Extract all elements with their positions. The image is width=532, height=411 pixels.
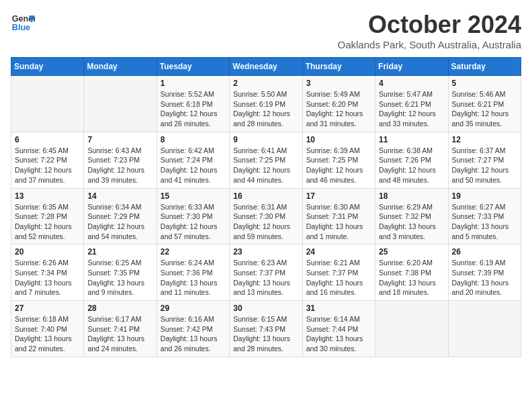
day-number: 15 [161, 191, 226, 201]
calendar-table: SundayMondayTuesdayWednesdayThursdayFrid… [11, 57, 521, 357]
day-info: Sunrise: 6:26 AM Sunset: 7:34 PM Dayligh… [15, 258, 80, 298]
calendar-week-row: 27Sunrise: 6:18 AM Sunset: 7:40 PM Dayli… [11, 301, 521, 357]
day-number: 23 [233, 247, 298, 257]
day-number: 25 [379, 247, 444, 257]
day-info: Sunrise: 6:18 AM Sunset: 7:40 PM Dayligh… [15, 314, 80, 354]
calendar-cell: 4Sunrise: 5:47 AM Sunset: 6:21 PM Daylig… [375, 76, 448, 132]
day-number: 2 [233, 79, 298, 88]
calendar-week-row: 6Sunrise: 6:45 AM Sunset: 7:22 PM Daylig… [11, 132, 521, 188]
calendar-cell: 5Sunrise: 5:46 AM Sunset: 6:21 PM Daylig… [448, 76, 521, 132]
day-info: Sunrise: 6:43 AM Sunset: 7:23 PM Dayligh… [87, 146, 152, 185]
day-number: 26 [452, 247, 517, 257]
header-day-friday: Friday [375, 58, 448, 76]
day-number: 21 [87, 247, 152, 257]
calendar-cell: 21Sunrise: 6:25 AM Sunset: 7:35 PM Dayli… [84, 244, 157, 301]
day-info: Sunrise: 6:25 AM Sunset: 7:35 PM Dayligh… [87, 258, 152, 298]
title-block: October 2024 Oaklands Park, South Austra… [338, 11, 521, 50]
day-info: Sunrise: 6:21 AM Sunset: 7:37 PM Dayligh… [306, 258, 371, 298]
logo-icon: General Blue [11, 11, 35, 35]
day-info: Sunrise: 6:29 AM Sunset: 7:32 PM Dayligh… [379, 202, 444, 242]
day-info: Sunrise: 6:19 AM Sunset: 7:39 PM Dayligh… [452, 258, 517, 298]
calendar-cell: 7Sunrise: 6:43 AM Sunset: 7:23 PM Daylig… [84, 132, 157, 188]
day-number: 6 [15, 135, 80, 144]
day-number: 12 [452, 135, 517, 144]
calendar-cell: 19Sunrise: 6:27 AM Sunset: 7:33 PM Dayli… [448, 188, 521, 244]
day-number: 28 [87, 304, 152, 313]
svg-text:Blue: Blue [12, 23, 30, 32]
calendar-cell [448, 301, 521, 357]
calendar-cell: 12Sunrise: 6:37 AM Sunset: 7:27 PM Dayli… [448, 132, 521, 188]
calendar-cell: 11Sunrise: 6:38 AM Sunset: 7:26 PM Dayli… [375, 132, 448, 188]
calendar-cell: 17Sunrise: 6:30 AM Sunset: 7:31 PM Dayli… [302, 188, 375, 244]
calendar-cell: 27Sunrise: 6:18 AM Sunset: 7:40 PM Dayli… [11, 301, 84, 357]
day-number: 18 [379, 191, 444, 201]
calendar-cell: 23Sunrise: 6:23 AM Sunset: 7:37 PM Dayli… [230, 244, 302, 301]
day-number: 31 [306, 304, 371, 313]
calendar-cell: 15Sunrise: 6:33 AM Sunset: 7:30 PM Dayli… [157, 188, 229, 244]
calendar-cell: 22Sunrise: 6:24 AM Sunset: 7:36 PM Dayli… [157, 244, 229, 301]
day-number: 4 [379, 79, 444, 88]
day-number: 13 [15, 191, 80, 201]
calendar-cell: 3Sunrise: 5:49 AM Sunset: 6:20 PM Daylig… [302, 76, 375, 132]
logo: General Blue [11, 11, 35, 35]
day-info: Sunrise: 6:33 AM Sunset: 7:30 PM Dayligh… [161, 202, 226, 242]
day-number: 9 [233, 135, 298, 144]
location-subtitle: Oaklands Park, South Australia, Australi… [338, 39, 521, 50]
calendar-cell: 6Sunrise: 6:45 AM Sunset: 7:22 PM Daylig… [11, 132, 84, 188]
day-info: Sunrise: 6:15 AM Sunset: 7:43 PM Dayligh… [233, 314, 298, 354]
header-day-thursday: Thursday [302, 58, 375, 76]
day-info: Sunrise: 6:39 AM Sunset: 7:25 PM Dayligh… [306, 146, 371, 185]
calendar-cell [375, 301, 448, 357]
month-title: October 2024 [338, 11, 521, 39]
day-info: Sunrise: 6:24 AM Sunset: 7:36 PM Dayligh… [161, 258, 226, 298]
day-number: 30 [233, 304, 298, 313]
calendar-cell: 29Sunrise: 6:16 AM Sunset: 7:42 PM Dayli… [157, 301, 229, 357]
day-number: 5 [452, 79, 517, 88]
header-day-saturday: Saturday [448, 58, 521, 76]
day-number: 11 [379, 135, 444, 144]
calendar-cell: 2Sunrise: 5:50 AM Sunset: 6:19 PM Daylig… [230, 76, 302, 132]
calendar-header-row: SundayMondayTuesdayWednesdayThursdayFrid… [11, 58, 521, 76]
day-info: Sunrise: 6:30 AM Sunset: 7:31 PM Dayligh… [306, 202, 371, 242]
page-header: General Blue October 2024 Oaklands Park,… [11, 11, 521, 50]
day-number: 19 [452, 191, 517, 201]
header-day-wednesday: Wednesday [230, 58, 302, 76]
header-day-sunday: Sunday [11, 58, 84, 76]
calendar-cell: 8Sunrise: 6:42 AM Sunset: 7:24 PM Daylig… [157, 132, 229, 188]
day-info: Sunrise: 6:35 AM Sunset: 7:28 PM Dayligh… [15, 202, 80, 242]
calendar-cell: 30Sunrise: 6:15 AM Sunset: 7:43 PM Dayli… [230, 301, 302, 357]
day-number: 24 [306, 247, 371, 257]
day-number: 3 [306, 79, 371, 88]
day-number: 7 [87, 135, 152, 144]
day-number: 29 [161, 304, 226, 313]
header-day-tuesday: Tuesday [157, 58, 229, 76]
calendar-cell: 16Sunrise: 6:31 AM Sunset: 7:30 PM Dayli… [230, 188, 302, 244]
calendar-cell: 31Sunrise: 6:14 AM Sunset: 7:44 PM Dayli… [302, 301, 375, 357]
day-info: Sunrise: 6:45 AM Sunset: 7:22 PM Dayligh… [15, 146, 80, 185]
day-number: 20 [15, 247, 80, 257]
calendar-cell: 13Sunrise: 6:35 AM Sunset: 7:28 PM Dayli… [11, 188, 84, 244]
day-number: 17 [306, 191, 371, 201]
calendar-cell: 28Sunrise: 6:17 AM Sunset: 7:41 PM Dayli… [84, 301, 157, 357]
calendar-cell: 24Sunrise: 6:21 AM Sunset: 7:37 PM Dayli… [302, 244, 375, 301]
calendar-week-row: 1Sunrise: 5:52 AM Sunset: 6:18 PM Daylig… [11, 76, 521, 132]
header-day-monday: Monday [84, 58, 157, 76]
calendar-cell: 18Sunrise: 6:29 AM Sunset: 7:32 PM Dayli… [375, 188, 448, 244]
calendar-cell: 9Sunrise: 6:41 AM Sunset: 7:25 PM Daylig… [230, 132, 302, 188]
day-info: Sunrise: 6:42 AM Sunset: 7:24 PM Dayligh… [161, 146, 226, 185]
calendar-cell: 26Sunrise: 6:19 AM Sunset: 7:39 PM Dayli… [448, 244, 521, 301]
calendar-week-row: 20Sunrise: 6:26 AM Sunset: 7:34 PM Dayli… [11, 244, 521, 301]
day-info: Sunrise: 6:34 AM Sunset: 7:29 PM Dayligh… [87, 202, 152, 242]
day-info: Sunrise: 5:52 AM Sunset: 6:18 PM Dayligh… [161, 89, 226, 129]
calendar-cell [11, 76, 84, 132]
calendar-cell: 1Sunrise: 5:52 AM Sunset: 6:18 PM Daylig… [157, 76, 229, 132]
day-info: Sunrise: 6:41 AM Sunset: 7:25 PM Dayligh… [233, 146, 298, 185]
day-info: Sunrise: 5:49 AM Sunset: 6:20 PM Dayligh… [306, 89, 371, 129]
day-info: Sunrise: 6:23 AM Sunset: 7:37 PM Dayligh… [233, 258, 298, 298]
day-info: Sunrise: 6:31 AM Sunset: 7:30 PM Dayligh… [233, 202, 298, 242]
calendar-week-row: 13Sunrise: 6:35 AM Sunset: 7:28 PM Dayli… [11, 188, 521, 244]
day-info: Sunrise: 6:16 AM Sunset: 7:42 PM Dayligh… [161, 314, 226, 354]
day-number: 8 [161, 135, 226, 144]
calendar-cell: 10Sunrise: 6:39 AM Sunset: 7:25 PM Dayli… [302, 132, 375, 188]
day-number: 10 [306, 135, 371, 144]
